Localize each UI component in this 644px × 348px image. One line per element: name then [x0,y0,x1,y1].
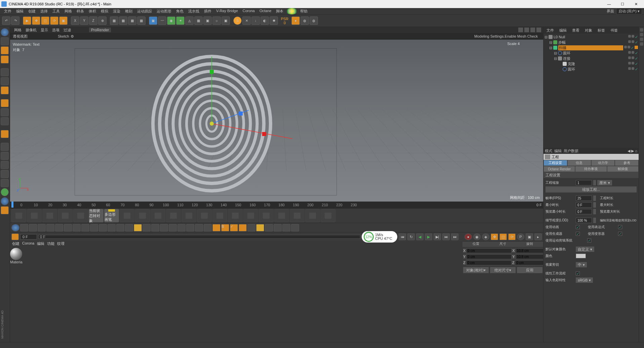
am-tab-信息[interactable]: 信息 [567,160,591,166]
material-item[interactable]: Materia [10,248,23,264]
snap-btn-18[interactable] [160,224,168,231]
menu-角色[interactable]: 角色 [174,8,186,14]
object-tree[interactable]: ⊟L0 Null✓⊟步幅✓⊟扫描✓⊟圆环✓⊟连接✓克隆✓圆环✓ [544,34,639,148]
key-scale-button[interactable]: ◫ [499,233,507,240]
menu-脚本[interactable]: 脚本 [274,8,285,14]
tool-f-button[interactable]: ◍ [300,16,309,25]
key-param-button[interactable]: P [517,233,524,240]
snap-btn-14[interactable] [125,224,133,231]
snap-btn-15[interactable] [134,224,142,231]
render-view-button[interactable]: ▦ [110,16,118,25]
snap-btn-9[interactable] [81,224,89,231]
shelf-btn-15[interactable] [228,209,243,222]
object-mode-button[interactable] [1,37,9,45]
snap-btn-13[interactable] [116,224,124,231]
vp-nav-zoom-icon[interactable] [524,28,529,32]
scale-button[interactable]: ◫ [41,16,49,25]
shelf-btn-1[interactable] [11,209,26,222]
am-menu-用户数据[interactable]: 用户数据 [564,148,578,154]
step-fwd-button[interactable]: ▶| [434,233,441,240]
render-region-button[interactable]: ▦ [119,16,127,25]
recent-tool-button[interactable]: ▣ [59,16,68,25]
vp-tab-过滤[interactable]: 过滤 [62,28,73,32]
shelf-btn-20[interactable] [305,209,320,222]
clip-dropdown[interactable]: 中 ▾ [576,262,587,267]
timeline[interactable]: 0102030405060708090100110120130140150160… [10,202,543,208]
add-spline-button[interactable]: 〰 [158,16,166,25]
sketch-gear-icon[interactable]: ⚙ [71,34,74,39]
add-deformer-button[interactable]: ◬ [185,16,194,25]
record-end-button[interactable]: ⏭ [451,233,458,240]
add-environment-button[interactable]: ▦ [194,16,203,25]
menu-窗口[interactable]: 窗口 [286,8,297,14]
prev-min-input[interactable] [576,209,592,214]
key-pla-button[interactable]: ▣ [526,233,533,240]
scale-project-button[interactable]: 缩放工程... [546,186,637,192]
strip-icon-1[interactable] [640,28,643,32]
strip-icon-2[interactable] [640,33,643,36]
menu-V-Ray Bridge[interactable]: V-Ray Bridge [214,8,240,14]
isoline-button[interactable] [1,152,9,160]
menu-选择[interactable]: 选择 [38,8,50,14]
solo-button[interactable]: S [233,16,242,25]
am-tab-帧插值[interactable]: 帧插值 [607,166,639,172]
snap-btn-29[interactable] [256,224,264,231]
play-button[interactable]: ▶ [425,233,432,240]
om-menu-对象[interactable]: 对象 [583,28,594,33]
snap-mode-button[interactable] [1,117,9,125]
tool-e-button[interactable]: ● [291,16,300,25]
rotate-button[interactable]: ⟳ [50,16,58,25]
frame-slider[interactable]: 0 F [38,235,360,239]
shelf-btn-2[interactable] [27,209,42,222]
minimize-button[interactable]: — [602,0,616,8]
tree-row[interactable]: ⊟L0 Null✓ [544,34,638,40]
coord-mode-dropdown[interactable]: 对象(相对) ▾ [463,267,489,273]
snap-btn-31[interactable] [274,224,282,231]
live-select-button[interactable]: ▶ [23,16,31,25]
snap-btn-25[interactable]: B [221,224,229,231]
om-menu-查看[interactable]: 查看 [570,28,581,33]
pos-X[interactable] [466,248,512,253]
add-scene-button[interactable]: ▣ [222,16,230,25]
step-back-button[interactable]: ◀ [416,233,424,240]
snap-btn-16[interactable] [143,224,151,231]
om-menu-文件[interactable]: 文件 [545,28,556,33]
am-tab-动力学[interactable]: 动力学 [591,160,615,166]
vp-tab-摄像机[interactable]: 摄像机 [24,28,39,32]
tweak-button[interactable] [1,130,9,138]
om-menu-编辑[interactable]: 编辑 [558,28,568,33]
use-gen-checkbox[interactable]: ✓ [576,232,580,236]
mat-tab-创建[interactable]: 创建 [12,241,19,247]
tree-row[interactable]: ⊟连接✓ [544,56,638,61]
key-rot-button[interactable]: ⟳ [508,233,516,240]
menu-帮助[interactable]: 帮助 [298,8,310,14]
shelf-btn-10[interactable] [151,209,165,222]
menu-Octane[interactable]: Octane [257,8,273,14]
menu-网格[interactable]: 网格 [63,8,74,14]
shelf-btn-4[interactable] [58,209,73,222]
shelf-btn-13[interactable] [197,209,212,222]
menu-样条[interactable]: 样条 [75,8,86,14]
key-mode-button[interactable] [11,233,19,240]
menu-运动图形[interactable]: 运动图形 [155,8,173,14]
tree-row[interactable]: ⊟圆环✓ [544,50,638,56]
srgb-dropdown[interactable]: sRGB ▾ [576,277,593,283]
vp-nav-max-icon[interactable] [536,28,541,32]
vp-nav-rotate-icon[interactable] [530,28,535,32]
mat-tab-编辑[interactable]: 编辑 [37,241,44,247]
lock-y-button[interactable]: Y [80,16,88,25]
lod-input[interactable] [576,218,592,223]
add-camera-button[interactable]: ▣ [203,16,212,25]
axis-mode-button[interactable] [1,99,9,107]
points-mode-button[interactable] [1,68,9,76]
menu-体积[interactable]: 体积 [87,8,98,14]
tool-a-button[interactable]: ✕ [242,16,251,25]
project-scale-input[interactable] [576,180,592,185]
current-state-to-object-button[interactable]: 当前状态转对象 [89,209,104,222]
layout-dropdown[interactable]: 启动 (用户) ▾ [616,8,642,14]
mat-tab-Corona[interactable]: Corona [22,241,34,247]
am-menu-编辑[interactable]: 编辑 [554,148,562,154]
menu-文件[interactable]: 文件 [2,8,13,14]
vp-tab-显示[interactable]: 显示 [39,28,50,32]
goto-end-button[interactable]: ⏭ [442,233,450,240]
